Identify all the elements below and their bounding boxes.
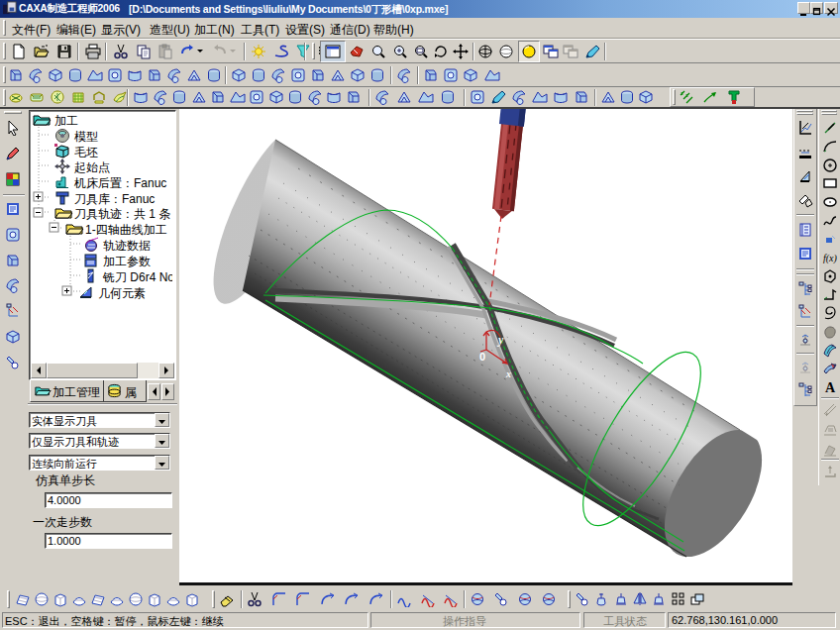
svg-text:加工: 加工 — [54, 114, 78, 128]
svg-text:x: x — [505, 368, 511, 379]
svg-text:铣刀 D6r4 No:4 F: 铣刀 D6r4 No:4 F — [102, 270, 172, 284]
svg-text:1-四轴曲线加工: 1-四轴曲线加工 — [85, 223, 167, 237]
svg-text:毛坯: 毛坯 — [74, 146, 98, 159]
svg-text:机床后置：Fanuc: 机床后置：Fanuc — [73, 176, 166, 190]
svg-text:刀具轨迹：共 1 条: 刀具轨迹：共 1 条 — [74, 207, 170, 221]
svg-text:轨迹数据: 轨迹数据 — [103, 239, 151, 253]
svg-text:几何元素: 几何元素 — [98, 286, 146, 300]
svg-text:刀具库：Fanuc: 刀具库：Fanuc — [74, 192, 155, 206]
svg-text:起始点: 起始点 — [74, 160, 110, 174]
svg-text:y: y — [496, 333, 504, 347]
svg-text:模型: 模型 — [74, 130, 98, 144]
svg-text:0: 0 — [479, 351, 485, 363]
svg-text:加工参数: 加工参数 — [103, 255, 151, 268]
